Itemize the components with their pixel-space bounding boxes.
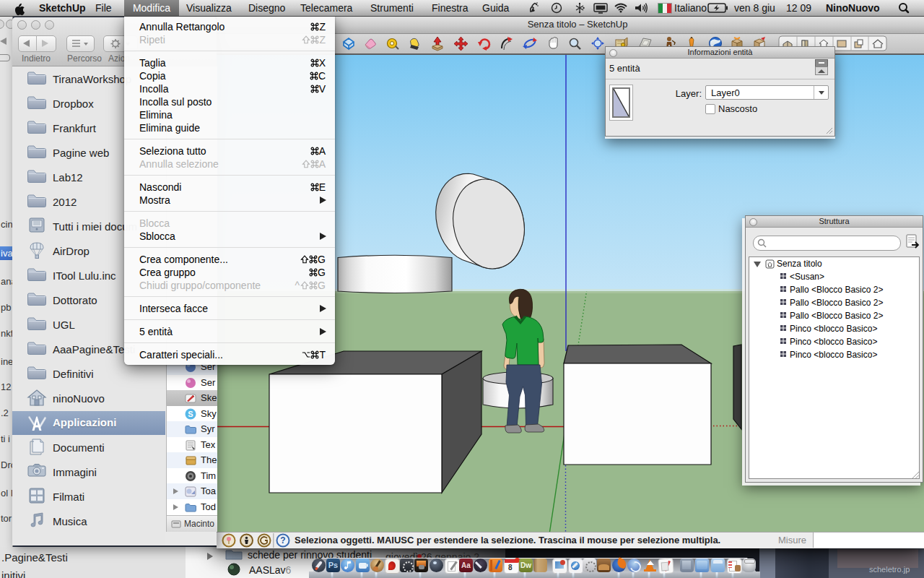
svg-text:?: ?	[280, 535, 285, 545]
svg-text:S: S	[188, 410, 193, 418]
